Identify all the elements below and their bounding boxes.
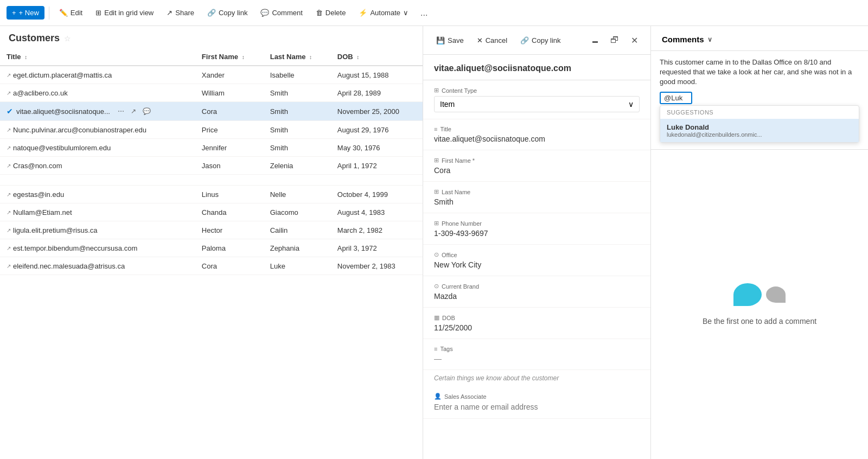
minimize-button[interactable]: 🗕 (585, 30, 605, 50)
new-label: + New (19, 9, 39, 17)
field-last-name: ⊞ Last NameSmith (423, 182, 650, 213)
column-first-name[interactable]: First Name ↕ (195, 48, 264, 66)
cell-last-name: Zephania (264, 239, 331, 257)
row-title-text: Nunc.pulvinar.arcu@conubianostraper.edu (13, 126, 146, 134)
comment-label: Comment (272, 9, 302, 17)
maximize-button[interactable]: 🗗 (605, 30, 624, 50)
chat-bubble-large (733, 283, 762, 306)
suggestions-label: Suggestions (660, 106, 859, 119)
row-title-text: Nullam@Etiam.net (13, 208, 72, 216)
field-label: 👤 Sales Associate (434, 393, 640, 400)
column-dob[interactable]: DOB ↕ (331, 48, 423, 66)
field-first-name--: ⊞ First Name *Cora (423, 150, 650, 182)
table-row[interactable]: ↗natoque@vestibulumlorem.eduJenniferSmit… (0, 139, 423, 157)
field-content-type: ⊞ Content TypeItem∨ (423, 80, 650, 119)
field-dob: ▦ DOB11/25/2000 (423, 308, 650, 339)
table-row[interactable]: ↗eleifend.nec.malesuada@atrisus.caCoraLu… (0, 257, 423, 275)
automate-button[interactable]: ⚡ Automate ∨ (353, 6, 414, 20)
comment-empty-area: Be the first one to add a comment (651, 150, 868, 459)
close-button[interactable]: ✕ (624, 30, 644, 50)
field-icon: ≡ (434, 126, 437, 132)
field-label: ⊙ Current Brand (434, 283, 640, 290)
cell-title: ↗egestas@in.edu (0, 186, 195, 203)
sort-icon-dob: ↕ (356, 54, 359, 60)
edit-grid-button[interactable]: ⊞ Edit in grid view (90, 6, 159, 20)
copy-link-label-detail: Copy link (532, 36, 560, 44)
cell-dob: May 30, 1976 (331, 139, 423, 157)
link-indicator: ↗ (7, 209, 11, 215)
cell-dob: March 2, 1982 (331, 221, 423, 239)
column-last-name[interactable]: Last Name ↕ (264, 48, 331, 66)
table-row[interactable]: ↗Cras@non.comJasonZeleniaApril 1, 1972 (0, 157, 423, 175)
chat-bubble-small (766, 286, 786, 303)
edit-button[interactable]: ✏️ Edit (54, 6, 88, 20)
share-icon: ↗ (167, 9, 173, 17)
row-share-button[interactable]: ↗ (129, 106, 138, 116)
link-icon: 🔗 (207, 9, 216, 17)
row-title-text: vitae.aliquet@sociisnatoque... (16, 107, 110, 116)
cell-first-name: Price (195, 121, 264, 139)
table-row[interactable]: ↗ligula.elit.pretium@risus.caHectorCaili… (0, 221, 423, 239)
field-select[interactable]: Item∨ (434, 96, 640, 112)
comment-button[interactable]: 💬 Comment (255, 6, 308, 20)
automate-chevron: ∨ (403, 9, 409, 17)
row-title-text: eget.dictum.placerat@mattis.ca (13, 71, 112, 79)
mention-input[interactable]: @Luk (660, 92, 692, 104)
favorite-star-icon[interactable]: ☆ (64, 34, 71, 43)
delete-button[interactable]: 🗑 Delete (310, 6, 352, 20)
copy-link-button-detail[interactable]: 🔗 Copy link (514, 34, 567, 47)
cell-dob: November 25, 2000 (331, 102, 423, 121)
mention-row: @Luk (660, 92, 859, 104)
field-sales-associate: 👤 Sales Associate (423, 386, 650, 419)
field-input[interactable] (434, 403, 640, 411)
comment-bubbles-illustration (733, 283, 786, 306)
cell-title: ↗eleifend.nec.malesuada@atrisus.ca (0, 257, 195, 275)
comments-chevron-icon[interactable]: ∨ (707, 36, 712, 43)
table-row[interactable] (0, 175, 423, 186)
cell-dob: October 4, 1999 (331, 186, 423, 203)
customers-table: Title ↕ First Name ↕ Last Name ↕ DOB (0, 48, 423, 275)
table-row[interactable]: ↗a@aclibero.co.ukWilliamSmithApril 28, 1… (0, 84, 423, 102)
overflow-button[interactable]: ... (416, 6, 432, 20)
edit-icon: ✏️ (59, 9, 68, 17)
row-title-text: natoque@vestibulumlorem.edu (13, 144, 111, 152)
delete-label: Delete (326, 9, 346, 17)
row-comment-button[interactable]: 💬 (141, 106, 153, 116)
detail-window-controls: 🗕 🗗 ✕ (585, 30, 644, 50)
table-row[interactable]: ↗eget.dictum.placerat@mattis.caXanderIsa… (0, 66, 423, 84)
cell-dob: November 2, 1983 (331, 257, 423, 275)
table-row[interactable]: ✔ vitae.aliquet@sociisnatoque... ⋯ ↗ 💬 C… (0, 102, 423, 121)
copy-link-button[interactable]: 🔗 Copy link (202, 6, 253, 20)
main-layout: Customers ☆ Title ↕ First Name ↕ (0, 26, 868, 459)
field-note: Certain things we know about the custome… (423, 370, 650, 386)
cell-dob: August 4, 1983 (331, 203, 423, 221)
list-header: Customers ☆ (0, 26, 423, 48)
field-value: Mazda (434, 292, 640, 301)
mention-value: @Luk (664, 94, 682, 102)
table-row[interactable]: ↗egestas@in.eduLinusNelleOctober 4, 1999 (0, 186, 423, 203)
suggestion-name: Luke Donald (667, 123, 852, 131)
comment-icon: 💬 (260, 9, 269, 17)
list-panel: Customers ☆ Title ↕ First Name ↕ (0, 26, 423, 459)
comments-title: Comments (662, 35, 704, 44)
suggestion-item-luke[interactable]: Luke Donald lukedonald@citizenbuilders.o… (660, 119, 859, 142)
cancel-button-detail[interactable]: ✕ Cancel (470, 34, 514, 47)
chevron-down-icon: ∨ (628, 100, 634, 109)
new-button[interactable]: + + New (7, 6, 44, 20)
grid-icon: ⊞ (95, 9, 101, 17)
comments-panel: Comments ∨ This customer came in to the … (651, 26, 868, 459)
share-button[interactable]: ↗ Share (161, 6, 200, 20)
cell-first-name: Cora (195, 257, 264, 275)
table-row[interactable]: ↗Nullam@Etiam.netChandaGiacomoAugust 4, … (0, 203, 423, 221)
table-row[interactable]: ↗Nunc.pulvinar.arcu@conubianostraper.edu… (0, 121, 423, 139)
field-value: Smith (434, 197, 640, 206)
cell-title: ↗est.tempor.bibendum@neccursusa.com (0, 239, 195, 257)
column-title[interactable]: Title ↕ (0, 48, 195, 66)
row-more-button[interactable]: ⋯ (116, 106, 126, 116)
save-button-detail[interactable]: 💾 Save (430, 34, 470, 47)
table-row[interactable]: ↗est.tempor.bibendum@neccursusa.comPalom… (0, 239, 423, 257)
link-indicator: ↗ (7, 127, 11, 133)
cell-last-name: Smith (264, 84, 331, 102)
field-icon: 👤 (434, 393, 442, 400)
overflow-icon: ... (420, 8, 427, 17)
